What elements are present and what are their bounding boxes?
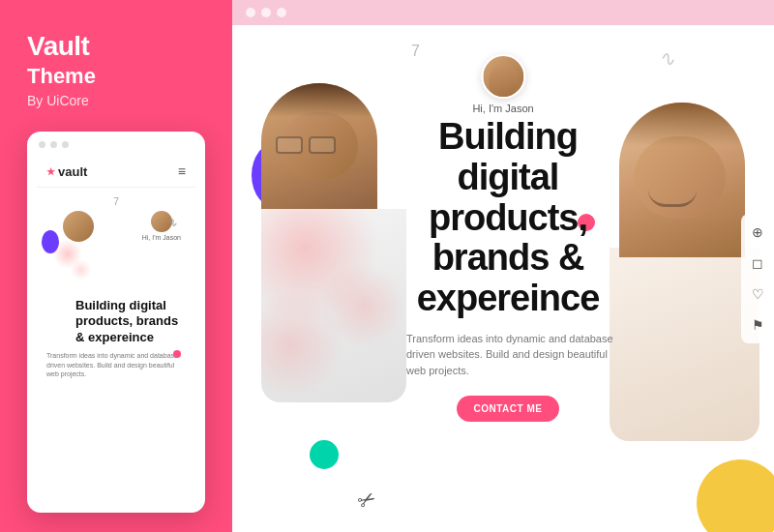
headline-text: Building digital products, brands & expe… [387,117,629,319]
mobile-number: 7 [46,195,186,207]
sub-description: Transform ideas into dynamic and databas… [387,331,629,379]
hamburger-icon[interactable]: ≡ [178,163,186,179]
like-icon[interactable]: ♡ [749,285,766,303]
mobile-content: ★ vault ≡ 7 [37,156,195,494]
theme-label: Theme [27,64,205,89]
sidebar: Vault Theme By UiCore ★ vault ≡ 7 [0,0,232,532]
headline-line3: expereince [417,278,600,318]
mobile-dot-1 [39,141,45,148]
browser-dot-3 [277,8,286,17]
desktop-hero: 7 ∿ ✂ [232,25,774,532]
by-label: By UiCore [27,93,205,108]
deco-yellow-circle [697,459,774,532]
browser-content: 7 ∿ ✂ [232,25,774,532]
mobile-dot-3 [62,141,69,148]
person-left-face [261,83,377,219]
avatar-greeting: Hi, I'm Jason [472,54,533,114]
headline-line1: Building digital [438,116,578,197]
greeting-text: Hi, I'm Jason [472,103,533,114]
deco-number: 7 [411,43,420,60]
mobile-subtext: Transform ideas into dynamic and databas… [46,351,186,379]
mobile-dot-2 [50,141,57,148]
person-right-face [619,103,745,257]
main-area: 7 ∿ ✂ [232,0,774,532]
person-right-shirt [610,248,759,441]
browser-chrome [232,0,774,25]
headline-line2: products, brands & [429,197,587,279]
browser-dot-2 [261,8,271,17]
main-headline: Building digital products, brands & expe… [387,117,629,422]
mobile-logo: ★ vault [46,164,87,179]
mobile-hero: 7 Hi, I'm Jason ∿ [37,188,195,387]
share-icon[interactable]: ⊕ [749,223,766,241]
mobile-browser-bar [37,141,195,148]
comment-icon[interactable]: ◻ [749,254,766,272]
deco-scissors-icon: ✂ [353,485,381,516]
mobile-greeting: Hi, I'm Jason [142,234,181,241]
mobile-headline: Building digital products, brands & expe… [75,298,186,345]
right-icons-panel: ⊕ ◻ ♡ ⚑ [741,214,774,343]
browser-dot-1 [246,8,255,17]
app-logo: Vault [27,31,205,62]
mobile-logo-text: vault [58,164,87,179]
mobile-mockup: ★ vault ≡ 7 [27,132,205,513]
deco-squiggle-icon: ∿ [658,44,680,72]
star-icon: ★ [46,166,55,177]
contact-button[interactable]: CONTACT ME [457,396,560,422]
mobile-nav: ★ vault ≡ [37,156,195,188]
avatar-face-detail [489,64,518,98]
bookmark-icon[interactable]: ⚑ [749,316,766,334]
person-left-shirt [261,209,406,402]
avatar-circle [481,54,525,99]
